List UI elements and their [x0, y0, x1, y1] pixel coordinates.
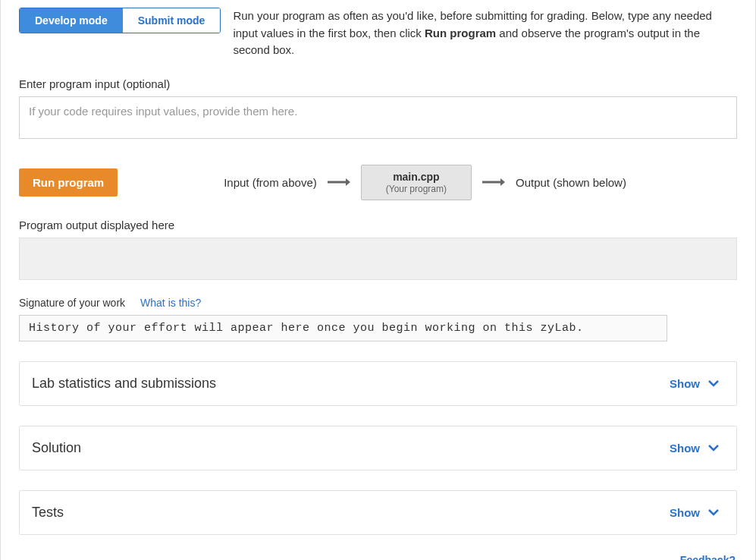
mode-tabs: Develop mode Submit mode — [19, 8, 221, 33]
signature-row: Signature of your work What is this? — [19, 297, 737, 309]
accordion-toggle[interactable]: Show — [670, 442, 720, 455]
show-label: Show — [670, 377, 700, 390]
run-flow-row: Run program Input (from above) main.cpp … — [19, 165, 737, 200]
feedback-row: Feedback? — [1, 535, 755, 561]
accordion-toggle[interactable]: Show — [670, 377, 720, 390]
input-flow-label: Input (from above) — [224, 176, 317, 189]
lab-panel: Develop mode Submit mode Run your progra… — [0, 0, 756, 560]
accordion-title: Solution — [32, 440, 81, 456]
accordion-tests[interactable]: Tests Show — [19, 490, 737, 535]
what-is-this-link[interactable]: What is this? — [140, 297, 201, 309]
arrow-right-icon — [328, 178, 350, 187]
accordion-title: Tests — [32, 505, 64, 521]
chevron-down-icon — [707, 444, 720, 451]
accordion-lab-statistics[interactable]: Lab statistics and submissions Show — [19, 361, 737, 406]
submit-mode-tab[interactable]: Submit mode — [123, 8, 221, 33]
instructions-text: Run your program as often as you'd like,… — [233, 8, 737, 59]
svg-marker-1 — [346, 178, 350, 186]
output-label: Program output displayed here — [19, 219, 737, 231]
accordion-toggle[interactable]: Show — [670, 506, 720, 519]
chevron-down-icon — [707, 379, 720, 387]
input-label: Enter program input (optional) — [19, 77, 737, 90]
work-history-box: History of your effort will appear here … — [19, 315, 667, 341]
top-row: Develop mode Submit mode Run your progra… — [1, 0, 755, 59]
program-subtitle: (Your program) — [386, 184, 447, 194]
program-output — [19, 238, 737, 280]
program-box: main.cpp (Your program) — [361, 165, 472, 200]
develop-mode-tab[interactable]: Develop mode — [20, 8, 123, 33]
program-input[interactable] — [19, 96, 737, 139]
show-label: Show — [670, 442, 700, 455]
accordion-title: Lab statistics and submissions — [32, 376, 216, 392]
instructions-bold: Run program — [425, 27, 496, 39]
arrow-right-icon — [482, 178, 505, 187]
output-flow-label: Output (shown below) — [516, 176, 626, 189]
run-program-button[interactable]: Run program — [19, 168, 118, 197]
show-label: Show — [670, 506, 700, 519]
signature-label: Signature of your work — [19, 297, 125, 309]
chevron-down-icon — [707, 508, 720, 516]
feedback-link[interactable]: Feedback? — [680, 554, 736, 561]
program-filename: main.cpp — [386, 171, 447, 183]
svg-marker-3 — [500, 178, 505, 186]
accordion-solution[interactable]: Solution Show — [19, 426, 737, 470]
